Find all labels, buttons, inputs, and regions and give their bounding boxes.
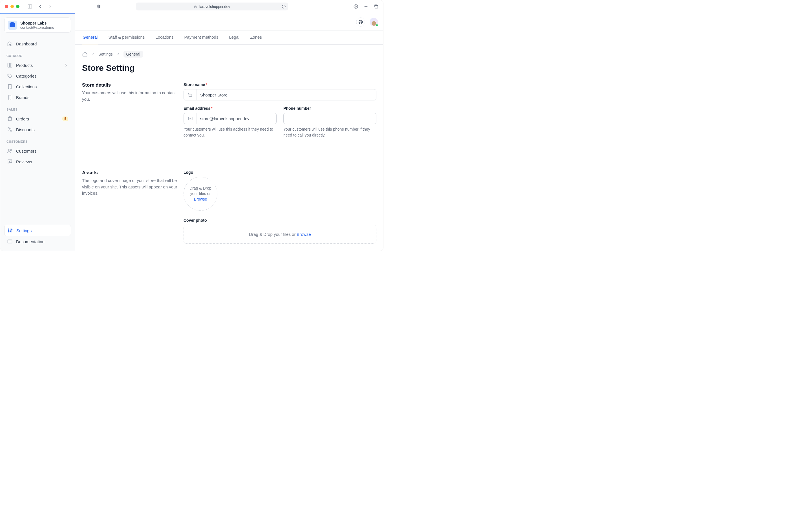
maximize-window-button[interactable] xyxy=(16,5,19,8)
mail-icon xyxy=(184,113,197,124)
cover-label: Cover photo xyxy=(184,218,376,222)
sidebar-nav: Dashboard CATALOG Products Categories Co… xyxy=(4,38,71,222)
section-label-sales: SALES xyxy=(6,108,69,111)
breadcrumb-current: General xyxy=(124,51,143,58)
window-controls xyxy=(5,5,19,8)
svg-line-11 xyxy=(9,128,11,131)
forward-icon[interactable] xyxy=(48,4,53,9)
breadcrumb: Settings General xyxy=(82,51,376,58)
sidebar-item-collections[interactable]: Collections xyxy=(4,81,71,92)
chevron-left-icon xyxy=(91,52,95,56)
percent-icon xyxy=(7,127,13,132)
downloads-icon[interactable] xyxy=(353,4,358,9)
svg-point-8 xyxy=(9,74,9,75)
section-label-catalog: CATALOG xyxy=(6,54,69,58)
svg-point-10 xyxy=(11,130,12,131)
close-window-button[interactable] xyxy=(5,5,8,8)
user-avatar[interactable] xyxy=(369,18,378,26)
bookmark-icon xyxy=(7,84,13,89)
sidebar-item-documentation[interactable]: Documentation xyxy=(4,236,71,247)
settings-tabs: General Staff & permissions Locations Pa… xyxy=(75,30,383,45)
svg-point-17 xyxy=(10,231,11,232)
chat-icon xyxy=(7,159,13,164)
store-name-input[interactable] xyxy=(197,89,376,100)
breadcrumb-settings[interactable]: Settings xyxy=(98,52,113,56)
url-text: laravelshopper.dev xyxy=(199,4,230,9)
tabs-icon[interactable] xyxy=(374,4,379,9)
logo-dropzone[interactable]: Drag & Drop your files or Browse xyxy=(184,177,217,211)
new-tab-icon[interactable] xyxy=(363,4,368,9)
back-icon[interactable] xyxy=(38,4,43,9)
sidebar-item-customers[interactable]: Customers xyxy=(4,146,71,156)
store-icon xyxy=(184,89,197,100)
email-input[interactable] xyxy=(197,113,276,124)
tab-payment[interactable]: Payment methods xyxy=(184,30,219,44)
section-assets: Assets The logo and cover image of your … xyxy=(82,162,376,251)
org-logo-icon xyxy=(8,20,17,30)
section-desc: Your customers will use this information… xyxy=(82,90,178,102)
sidebar-item-settings[interactable]: Settings xyxy=(4,225,71,236)
page-title: Store Setting xyxy=(82,63,376,73)
breadcrumb-home-icon[interactable] xyxy=(82,51,88,57)
bookmark-outline-icon xyxy=(7,95,13,100)
email-help: Your customers will use this address if … xyxy=(184,126,277,138)
tab-staff[interactable]: Staff & permissions xyxy=(108,30,145,44)
browser-chrome: laravelshopper.dev xyxy=(0,0,383,13)
lock-icon xyxy=(194,5,197,8)
chevron-right-icon xyxy=(64,63,68,68)
phone-input[interactable] xyxy=(284,113,376,124)
home-icon xyxy=(7,41,13,46)
orders-count-badge: 5 xyxy=(62,116,68,121)
section-desc: The logo and cover image of your store t… xyxy=(82,177,178,197)
tab-zones[interactable]: Zones xyxy=(249,30,262,44)
browser-logo-icon[interactable] xyxy=(356,17,365,27)
phone-label: Phone number xyxy=(284,106,376,111)
svg-rect-7 xyxy=(375,5,378,8)
org-email: contact@store.demo xyxy=(20,25,54,30)
sidebar-toggle-icon[interactable] xyxy=(27,4,32,9)
cover-dropzone[interactable]: Drag & Drop your files or Browse xyxy=(184,225,376,244)
svg-point-23 xyxy=(360,21,361,23)
section-heading: Assets xyxy=(82,170,178,176)
email-label: Email address* xyxy=(184,106,277,111)
url-bar[interactable]: laravelshopper.dev xyxy=(136,2,288,11)
presence-indicator xyxy=(376,24,378,27)
svg-point-19 xyxy=(11,229,12,230)
svg-rect-0 xyxy=(28,5,32,8)
topbar xyxy=(75,14,383,30)
card-icon xyxy=(7,239,13,244)
svg-point-9 xyxy=(8,128,9,129)
svg-rect-2 xyxy=(194,6,197,8)
chevron-left-icon xyxy=(116,52,120,56)
sidebar-item-categories[interactable]: Categories xyxy=(4,71,71,81)
section-heading: Store details xyxy=(82,82,178,88)
store-name-label: Store name* xyxy=(184,82,376,87)
bag-icon xyxy=(7,116,13,121)
sidebar-item-brands[interactable]: Brands xyxy=(4,92,71,103)
logo-label: Logo xyxy=(184,170,376,175)
org-card[interactable]: Shopper Labs contact@store.demo xyxy=(4,17,71,33)
org-name: Shopper Labs xyxy=(20,21,54,25)
section-label-customers: CUSTOMERS xyxy=(6,140,69,143)
svg-point-13 xyxy=(11,149,12,151)
sidebar-item-dashboard[interactable]: Dashboard xyxy=(4,38,71,49)
users-icon xyxy=(7,148,13,154)
svg-point-12 xyxy=(8,149,10,151)
section-store-details: Store details Your customers will use th… xyxy=(82,82,376,152)
reload-icon[interactable] xyxy=(282,4,286,9)
minimize-window-button[interactable] xyxy=(11,5,14,8)
sidebar-item-discounts[interactable]: Discounts xyxy=(4,124,71,135)
phone-help: Your customers will use this phone numbe… xyxy=(284,126,376,138)
sidebar-item-products[interactable]: Products xyxy=(4,60,71,71)
tab-general[interactable]: General xyxy=(82,30,98,44)
main-content: General Staff & permissions Locations Pa… xyxy=(75,14,383,251)
sidebar-item-reviews[interactable]: Reviews xyxy=(4,156,71,167)
tab-locations[interactable]: Locations xyxy=(155,30,174,44)
privacy-shield-icon[interactable] xyxy=(96,4,101,9)
browse-link[interactable]: Browse xyxy=(297,232,311,237)
browse-link[interactable]: Browse xyxy=(194,197,207,201)
tab-legal[interactable]: Legal xyxy=(228,30,240,44)
sidebar: Shopper Labs contact@store.demo Dashboar… xyxy=(0,14,75,251)
tag-icon xyxy=(7,73,13,79)
sidebar-item-orders[interactable]: Orders 5 xyxy=(4,113,71,124)
